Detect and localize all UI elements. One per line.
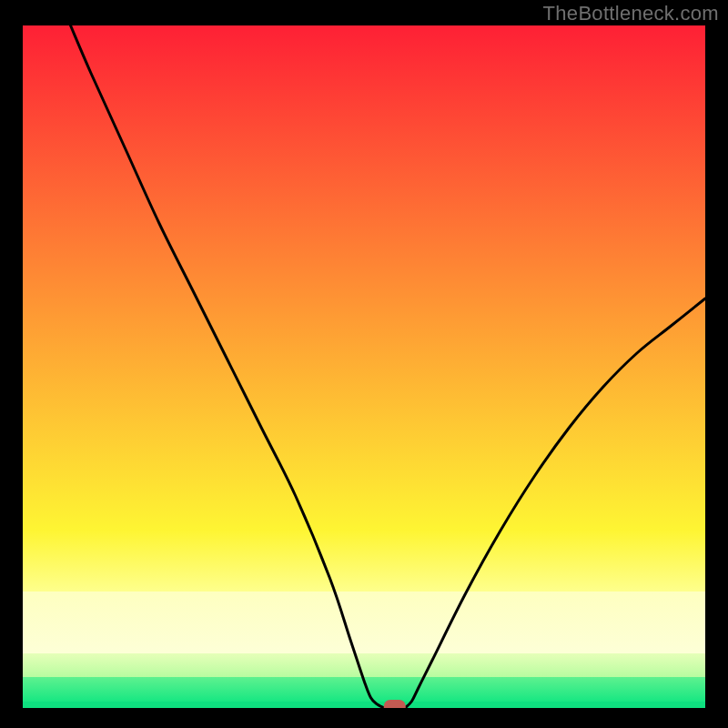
plot-area bbox=[23, 25, 705, 708]
gradient-band-lime bbox=[23, 653, 705, 677]
chart-svg bbox=[23, 25, 705, 708]
chart-frame: TheBottleneck.com bbox=[0, 0, 728, 728]
gradient-band-pale bbox=[23, 592, 705, 653]
gradient-band-bottom bbox=[23, 702, 705, 708]
gradient-band-yellow bbox=[23, 531, 705, 592]
watermark-text: TheBottleneck.com bbox=[543, 2, 719, 25]
gradient-band-main bbox=[23, 25, 705, 531]
minimum-marker bbox=[384, 700, 406, 708]
